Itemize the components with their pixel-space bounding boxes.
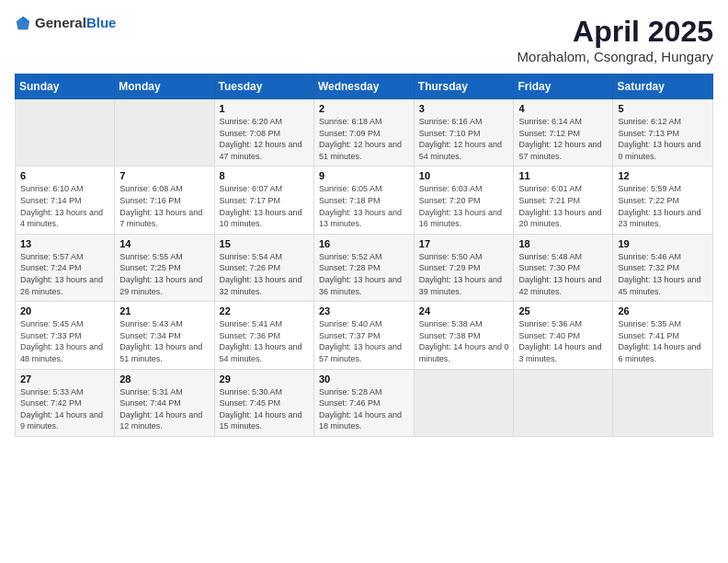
day-number: 14 <box>119 238 209 249</box>
day-number: 5 <box>618 103 708 114</box>
day-detail: Sunrise: 5:41 AM Sunset: 7:36 PM Dayligh… <box>220 318 309 364</box>
table-row: 3Sunrise: 6:16 AM Sunset: 7:10 PM Daylig… <box>414 99 514 167</box>
day-number: 2 <box>319 103 409 114</box>
calendar-week-row: 6Sunrise: 6:10 AM Sunset: 7:14 PM Daylig… <box>16 167 713 234</box>
table-row <box>115 99 214 167</box>
table-row: 7Sunrise: 6:08 AM Sunset: 7:16 PM Daylig… <box>115 167 214 234</box>
header-monday: Monday <box>115 75 214 99</box>
day-detail: Sunrise: 5:28 AM Sunset: 7:46 PM Dayligh… <box>319 386 409 432</box>
table-row <box>514 369 613 436</box>
weekday-header-row: Sunday Monday Tuesday Wednesday Thursday… <box>16 75 713 99</box>
day-detail: Sunrise: 5:45 AM Sunset: 7:33 PM Dayligh… <box>20 318 109 364</box>
day-detail: Sunrise: 6:18 AM Sunset: 7:09 PM Dayligh… <box>319 116 409 162</box>
day-number: 3 <box>419 103 509 114</box>
day-number: 7 <box>119 170 209 181</box>
table-row <box>414 369 514 436</box>
page-title: April 2025 <box>518 15 713 49</box>
day-number: 15 <box>220 238 309 249</box>
table-row: 17Sunrise: 5:50 AM Sunset: 7:29 PM Dayli… <box>414 234 514 301</box>
table-row: 1Sunrise: 6:20 AM Sunset: 7:08 PM Daylig… <box>214 99 313 167</box>
day-number: 24 <box>419 305 509 316</box>
table-row <box>613 369 713 436</box>
day-number: 1 <box>220 103 309 114</box>
table-row: 19Sunrise: 5:46 AM Sunset: 7:32 PM Dayli… <box>613 234 713 301</box>
day-number: 26 <box>618 305 708 316</box>
table-row: 10Sunrise: 6:03 AM Sunset: 7:20 PM Dayli… <box>414 167 514 234</box>
header-tuesday: Tuesday <box>214 75 313 99</box>
table-row: 12Sunrise: 5:59 AM Sunset: 7:22 PM Dayli… <box>613 167 713 234</box>
day-detail: Sunrise: 5:46 AM Sunset: 7:32 PM Dayligh… <box>618 251 708 297</box>
day-detail: Sunrise: 5:36 AM Sunset: 7:40 PM Dayligh… <box>518 318 608 364</box>
day-detail: Sunrise: 5:35 AM Sunset: 7:41 PM Dayligh… <box>618 318 708 364</box>
day-number: 25 <box>518 305 608 316</box>
day-number: 23 <box>319 305 409 316</box>
table-row: 26Sunrise: 5:35 AM Sunset: 7:41 PM Dayli… <box>613 302 713 369</box>
title-area: April 2025 Morahalom, Csongrad, Hungary <box>518 15 713 64</box>
table-row: 24Sunrise: 5:38 AM Sunset: 7:38 PM Dayli… <box>414 302 514 369</box>
day-detail: Sunrise: 5:55 AM Sunset: 7:25 PM Dayligh… <box>119 251 209 297</box>
day-detail: Sunrise: 5:33 AM Sunset: 7:42 PM Dayligh… <box>20 386 109 432</box>
day-detail: Sunrise: 6:07 AM Sunset: 7:17 PM Dayligh… <box>220 183 309 229</box>
logo: GeneralBlue <box>15 15 116 31</box>
calendar-week-row: 27Sunrise: 5:33 AM Sunset: 7:42 PM Dayli… <box>16 369 713 436</box>
day-number: 28 <box>119 373 209 385</box>
table-row: 27Sunrise: 5:33 AM Sunset: 7:42 PM Dayli… <box>16 369 115 436</box>
table-row: 18Sunrise: 5:48 AM Sunset: 7:30 PM Dayli… <box>514 234 613 301</box>
day-number: 11 <box>518 170 608 181</box>
day-detail: Sunrise: 6:16 AM Sunset: 7:10 PM Dayligh… <box>419 116 509 162</box>
table-row: 6Sunrise: 6:10 AM Sunset: 7:14 PM Daylig… <box>16 167 115 234</box>
day-number: 16 <box>319 238 409 249</box>
day-detail: Sunrise: 5:57 AM Sunset: 7:24 PM Dayligh… <box>20 251 109 297</box>
day-number: 17 <box>419 238 509 249</box>
page-header: GeneralBlue April 2025 Morahalom, Csongr… <box>15 15 713 64</box>
day-detail: Sunrise: 5:30 AM Sunset: 7:45 PM Dayligh… <box>220 386 309 432</box>
day-detail: Sunrise: 6:14 AM Sunset: 7:12 PM Dayligh… <box>518 116 608 162</box>
table-row: 4Sunrise: 6:14 AM Sunset: 7:12 PM Daylig… <box>514 99 613 167</box>
day-detail: Sunrise: 5:43 AM Sunset: 7:34 PM Dayligh… <box>119 318 209 364</box>
day-detail: Sunrise: 5:59 AM Sunset: 7:22 PM Dayligh… <box>618 183 708 229</box>
day-number: 18 <box>518 238 608 249</box>
header-thursday: Thursday <box>414 75 514 99</box>
day-detail: Sunrise: 6:10 AM Sunset: 7:14 PM Dayligh… <box>20 183 109 229</box>
day-detail: Sunrise: 5:52 AM Sunset: 7:28 PM Dayligh… <box>319 251 409 297</box>
table-row: 22Sunrise: 5:41 AM Sunset: 7:36 PM Dayli… <box>214 302 313 369</box>
calendar-week-row: 13Sunrise: 5:57 AM Sunset: 7:24 PM Dayli… <box>16 234 713 301</box>
table-row: 11Sunrise: 6:01 AM Sunset: 7:21 PM Dayli… <box>514 167 613 234</box>
day-number: 27 <box>20 373 109 385</box>
day-number: 9 <box>319 170 409 181</box>
table-row: 21Sunrise: 5:43 AM Sunset: 7:34 PM Dayli… <box>115 302 214 369</box>
day-number: 21 <box>119 305 209 316</box>
table-row: 13Sunrise: 5:57 AM Sunset: 7:24 PM Dayli… <box>16 234 115 301</box>
calendar-table: Sunday Monday Tuesday Wednesday Thursday… <box>15 74 713 437</box>
day-detail: Sunrise: 5:50 AM Sunset: 7:29 PM Dayligh… <box>419 251 509 297</box>
day-number: 12 <box>618 170 708 181</box>
day-detail: Sunrise: 5:31 AM Sunset: 7:44 PM Dayligh… <box>119 386 209 432</box>
header-sunday: Sunday <box>16 75 115 99</box>
day-number: 4 <box>518 103 608 114</box>
table-row: 29Sunrise: 5:30 AM Sunset: 7:45 PM Dayli… <box>214 369 313 436</box>
header-friday: Friday <box>514 75 613 99</box>
day-number: 29 <box>220 373 309 385</box>
day-number: 20 <box>20 305 109 316</box>
table-row <box>16 99 115 167</box>
day-detail: Sunrise: 5:38 AM Sunset: 7:38 PM Dayligh… <box>419 318 509 364</box>
table-row: 5Sunrise: 6:12 AM Sunset: 7:13 PM Daylig… <box>613 99 713 167</box>
calendar-week-row: 20Sunrise: 5:45 AM Sunset: 7:33 PM Dayli… <box>16 302 713 369</box>
day-number: 22 <box>220 305 309 316</box>
day-number: 30 <box>319 373 409 385</box>
day-detail: Sunrise: 6:01 AM Sunset: 7:21 PM Dayligh… <box>518 183 608 229</box>
day-number: 19 <box>618 238 708 249</box>
day-detail: Sunrise: 6:05 AM Sunset: 7:18 PM Dayligh… <box>319 183 409 229</box>
day-number: 6 <box>20 170 109 181</box>
day-detail: Sunrise: 6:03 AM Sunset: 7:20 PM Dayligh… <box>419 183 509 229</box>
day-detail: Sunrise: 5:48 AM Sunset: 7:30 PM Dayligh… <box>518 251 608 297</box>
day-detail: Sunrise: 6:08 AM Sunset: 7:16 PM Dayligh… <box>119 183 209 229</box>
header-wednesday: Wednesday <box>313 75 414 99</box>
table-row: 20Sunrise: 5:45 AM Sunset: 7:33 PM Dayli… <box>16 302 115 369</box>
day-number: 10 <box>419 170 509 181</box>
table-row: 14Sunrise: 5:55 AM Sunset: 7:25 PM Dayli… <box>115 234 214 301</box>
table-row: 2Sunrise: 6:18 AM Sunset: 7:09 PM Daylig… <box>313 99 414 167</box>
logo-text: GeneralBlue <box>35 15 116 31</box>
table-row: 9Sunrise: 6:05 AM Sunset: 7:18 PM Daylig… <box>313 167 414 234</box>
calendar-week-row: 1Sunrise: 6:20 AM Sunset: 7:08 PM Daylig… <box>16 99 713 167</box>
